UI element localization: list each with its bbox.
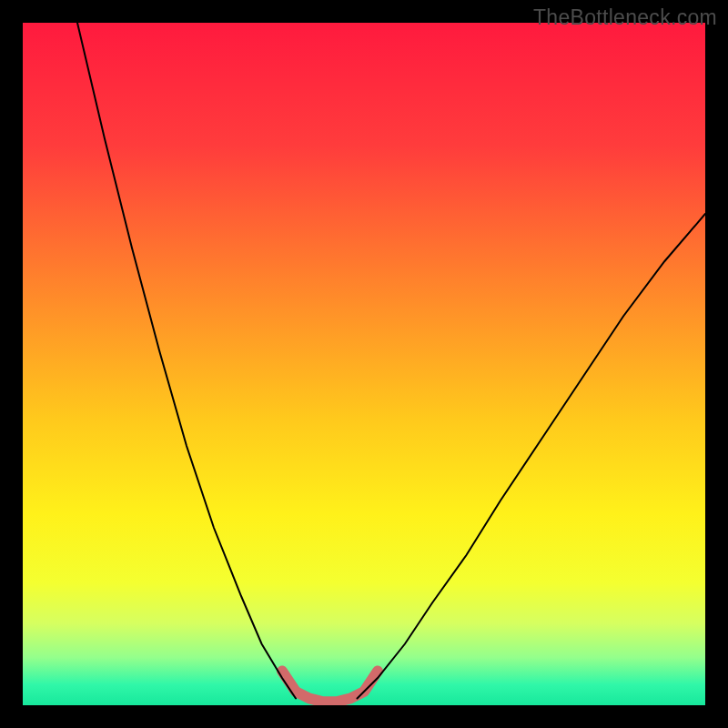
bottleneck-curve-left [77, 23, 296, 699]
bottleneck-curve-right [358, 214, 706, 699]
chart-frame: TheBottleneck.com [0, 0, 728, 728]
curves-layer [23, 23, 705, 705]
source-watermark: TheBottleneck.com [533, 5, 717, 30]
sweet-spot-band [282, 672, 378, 703]
plot-area [23, 23, 705, 705]
